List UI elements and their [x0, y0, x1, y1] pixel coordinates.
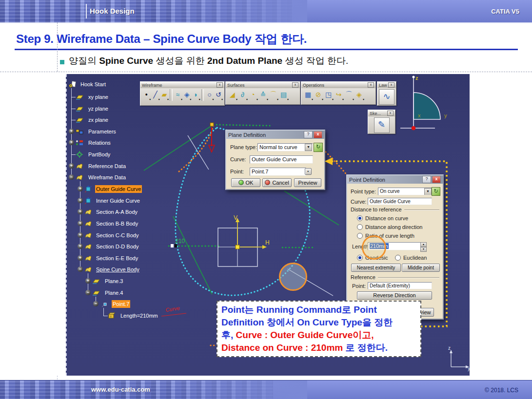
ok-button[interactable]: OK	[231, 178, 260, 187]
point-dialog-titlebar[interactable]: Point Definition ? x	[347, 175, 443, 184]
spiral-icon[interactable]: ↺▾	[214, 89, 223, 101]
tree-item-label[interactable]: PartBody	[87, 151, 111, 158]
tree-item-label[interactable]: Section A-A Body	[95, 208, 138, 216]
extrude-surface-icon[interactable]: ◢▾	[227, 89, 237, 101]
close-button[interactable]: x	[432, 176, 441, 183]
chevron-down-icon[interactable]: ▼	[424, 188, 432, 195]
point-field[interactable]: Point.7	[250, 168, 306, 176]
revolve-surface-icon[interactable]: ∂▾	[237, 89, 248, 101]
tree-item-label[interactable]: xy plane	[87, 93, 109, 101]
tree-expander-icon[interactable]: +	[78, 186, 83, 191]
offset-surface-icon[interactable]: ≙▾	[258, 89, 268, 101]
plane-dialog-titlebar[interactable]: Plane Definition ? x	[226, 131, 324, 139]
nearest-extremity-button[interactable]: Nearest extremity	[351, 264, 401, 272]
help-button[interactable]: ?	[422, 176, 431, 183]
tree-expander-icon[interactable]: +	[69, 129, 74, 134]
close-icon[interactable]: x	[292, 82, 298, 88]
fill-surface-icon[interactable]: ▤▾	[278, 89, 289, 101]
chevron-down-icon[interactable]: ▼	[305, 144, 312, 151]
close-icon[interactable]: x	[217, 82, 223, 88]
point-orientation-icon[interactable]: ↻	[432, 187, 440, 196]
curve-field[interactable]: Outer Guide Curve	[250, 155, 313, 164]
tree-expander-icon[interactable]: −	[85, 290, 91, 295]
toolbar-titlebar[interactable]: Ske...x	[368, 110, 395, 116]
line-icon[interactable]: ╱▾	[151, 89, 159, 101]
tree-expander-icon[interactable]: +	[78, 255, 83, 261]
toolbar-titlebar[interactable]: Operationsx	[301, 82, 375, 88]
tree-expander-icon[interactable]: +	[78, 244, 83, 249]
close-icon[interactable]: x	[368, 82, 374, 88]
tree-item-label[interactable]: Section D-D Body	[95, 243, 139, 250]
sphere-surface-icon[interactable]: ◔▾	[248, 89, 258, 101]
tree-expander-icon[interactable]: +	[85, 278, 91, 284]
toolbar-titlebar[interactable]: Wireframex	[140, 82, 224, 88]
point-type-select[interactable]: On curve▼	[378, 188, 433, 195]
cancel-button[interactable]: Cancel	[262, 178, 292, 187]
tree-item-label[interactable]: Length=210mm	[119, 312, 159, 320]
tree-item-label[interactable]: Spine Curve Body	[95, 266, 140, 273]
boundary-icon[interactable]: ◳▾	[323, 89, 334, 101]
euclidean-radio[interactable]: Euclidean	[395, 255, 427, 261]
tree-item-label[interactable]: zx plane	[87, 116, 109, 124]
tree-expander-icon[interactable]: +	[78, 221, 83, 226]
reverse-direction-button[interactable]: Reverse Direction	[357, 291, 432, 300]
sketch-icon[interactable]: ✎	[374, 117, 390, 133]
tree-item-label[interactable]: Point.7	[112, 300, 130, 308]
toolbar-titlebar[interactable]: Lawx	[377, 82, 396, 88]
curve-field[interactable]: Outer Guide Curve	[368, 198, 432, 205]
tree-item-label[interactable]: Section B-B Body	[95, 220, 139, 228]
close-icon[interactable]: x	[387, 111, 394, 116]
tree-expander-icon[interactable]: +	[69, 163, 74, 169]
website-link[interactable]: www.edu-catia.com	[91, 386, 150, 393]
tree-expander-icon[interactable]: −	[78, 266, 83, 272]
tree-item-label[interactable]: Relations	[87, 139, 112, 147]
extract-icon[interactable]: ↪▾	[334, 89, 344, 101]
tree-expander-icon[interactable]: +	[78, 209, 83, 214]
tree-item-label[interactable]: Reference Data	[87, 162, 127, 170]
tree-item-label[interactable]: yz plane	[87, 105, 109, 113]
transform-icon[interactable]: ◈▾	[354, 89, 364, 101]
plane-orientation-icon[interactable]: ↻	[314, 143, 323, 152]
tree-expander-icon[interactable]: −	[93, 301, 99, 306]
tree-item-label[interactable]: Wireframe Data	[87, 173, 127, 181]
point-icon[interactable]: •▾	[142, 89, 151, 101]
close-button[interactable]: x	[314, 131, 322, 138]
tree-item-label[interactable]: Section C-C Body	[95, 231, 139, 239]
length-stepper[interactable]: ▲▼	[420, 242, 427, 250]
radio-distance-along-direction[interactable]: Distance along direction	[357, 224, 422, 230]
close-icon[interactable]: x	[388, 82, 394, 88]
plane-icon[interactable]: ▰▾	[160, 89, 169, 101]
tree-item-label[interactable]: Plane.3	[104, 277, 124, 285]
compass-quarter[interactable]	[414, 93, 440, 119]
middle-point-button[interactable]: Middle point	[402, 264, 440, 272]
circle-icon[interactable]: ○▾	[205, 89, 214, 101]
tree-item-label[interactable]: Outer Guide Curve	[95, 185, 142, 193]
tree-expander-icon[interactable]: +	[78, 198, 83, 203]
tree-item-label[interactable]: Parameters	[87, 128, 117, 135]
tree-expander-icon[interactable]: +	[78, 232, 83, 238]
join-icon[interactable]: ▦▾	[303, 89, 313, 101]
compass-top-handle[interactable]	[413, 76, 415, 78]
sweep-surface-icon[interactable]: ⌒▾	[268, 89, 278, 101]
tree-item-label[interactable]: Plane.4	[104, 289, 124, 297]
projection-curve-icon[interactable]: ≈▾	[174, 89, 182, 101]
preview-button[interactable]: Preview	[294, 178, 321, 187]
toolbar-titlebar[interactable]: Surfacesx	[226, 82, 300, 88]
reference-point-field[interactable]: Default (Extremity)	[368, 282, 432, 289]
point-picker-button[interactable]: ▪	[305, 168, 312, 175]
tree-expander-icon[interactable]: +	[69, 140, 74, 145]
reflect-line-icon[interactable]: ◗▾	[191, 89, 200, 101]
split-icon[interactable]: ⊘▾	[313, 89, 323, 101]
compass-origin-handle[interactable]	[412, 126, 415, 130]
law-icon[interactable]: ∿	[379, 89, 394, 105]
plane-type-select[interactable]: Normal to curve▼	[257, 143, 313, 152]
fillet-icon[interactable]: ⌒▾	[344, 89, 354, 101]
sketch-origin-point[interactable]	[236, 245, 239, 249]
tree-item-label[interactable]: Hook Start	[79, 80, 107, 88]
tree-expander-icon[interactable]: −	[69, 174, 74, 180]
tree-item-label[interactable]: Inner Guide Curve	[95, 197, 141, 205]
help-button[interactable]: ?	[304, 131, 313, 138]
radio-distance-on-curve[interactable]: Distance on curve	[357, 215, 408, 221]
tree-item-label[interactable]: Section E-E Body	[95, 254, 139, 262]
intersection-icon[interactable]: ◈▾	[182, 89, 191, 101]
